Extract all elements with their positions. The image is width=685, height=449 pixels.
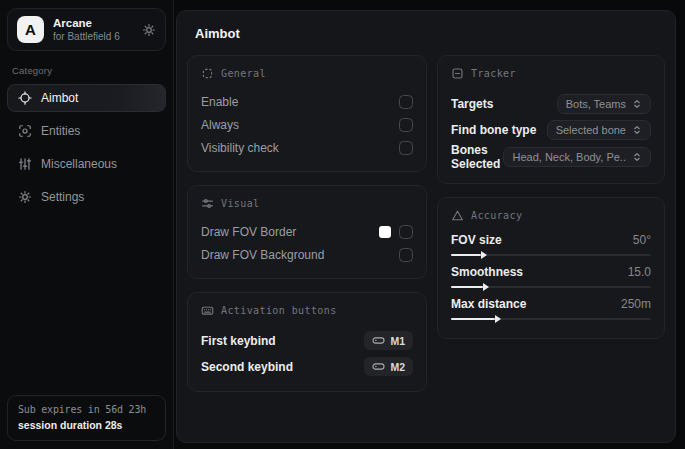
app-name: Arcane <box>53 17 133 29</box>
settings-gear-icon[interactable] <box>142 23 156 37</box>
sidebar-item-label: Entities <box>41 124 80 138</box>
slider-value: 15.0 <box>628 265 651 279</box>
tracker-row-targets: Targets Bots, Teams <box>451 91 651 116</box>
sidebar-item-label: Miscellaneous <box>41 157 117 171</box>
second-keybind-button[interactable]: M2 <box>364 357 413 376</box>
right-column: Tracker Targets Bots, Teams <box>437 55 665 405</box>
tracker-label: Bones Selected <box>451 143 503 171</box>
tracker-row-bones-selected: Bones Selected Head, Neck, Body, Pe.. <box>451 143 651 171</box>
chevrons-up-down-icon <box>632 125 642 135</box>
general-card-header: General <box>201 67 413 80</box>
accuracy-card-header: Accuracy <box>451 209 651 222</box>
sub-expiry-text: Sub expires in 56d 23h <box>18 404 155 415</box>
sidebar: A Arcane for Battlefield 6 Category Aimb… <box>0 0 174 449</box>
slider-label: Max distance <box>451 297 621 311</box>
activation-card: Activation buttons First keybind M1 <box>187 292 427 392</box>
app-subtitle: for Battlefield 6 <box>53 31 133 42</box>
chevrons-up-down-icon <box>632 99 642 109</box>
fov-size-slider[interactable] <box>451 254 651 256</box>
slider-group-fov-size: FOV size 50° <box>451 233 651 256</box>
app-logo: A <box>17 16 44 43</box>
select-value: Selected bone <box>556 124 626 136</box>
setting-row-draw-fov-border: Draw FOV Border <box>201 221 413 243</box>
bones-selected-select[interactable]: Head, Neck, Body, Pe.. <box>503 147 651 167</box>
general-grid-icon <box>201 67 214 80</box>
targets-select[interactable]: Bots, Teams <box>557 94 651 114</box>
enable-checkbox[interactable] <box>399 95 413 109</box>
left-column: General Enable Always Visibility check <box>187 55 427 405</box>
select-value: Head, Neck, Body, Pe.. <box>512 151 626 163</box>
select-value: Bots, Teams <box>566 98 626 110</box>
tracker-box-icon <box>451 67 464 80</box>
slider-fill <box>451 254 481 256</box>
tracker-label: Find bone type <box>451 123 547 137</box>
keybind-label: Second keybind <box>201 360 364 374</box>
crosshair-icon <box>18 91 32 105</box>
category-label: Category <box>12 65 161 76</box>
tracker-row-find-bone-type: Find bone type Selected bone <box>451 117 651 142</box>
keybind-value: M1 <box>390 335 405 347</box>
sidebar-item-miscellaneous[interactable]: Miscellaneous <box>7 150 166 178</box>
draw-fov-background-checkbox[interactable] <box>399 248 413 262</box>
setting-row-enable: Enable <box>201 91 413 113</box>
fov-border-color-swatch[interactable] <box>379 226 391 238</box>
always-checkbox[interactable] <box>399 118 413 132</box>
session-info: Sub expires in 56d 23h session duration … <box>7 395 166 441</box>
slider-group-max-distance: Max distance 250m <box>451 297 651 320</box>
keyboard-icon <box>201 304 214 317</box>
triangle-icon <box>451 209 464 222</box>
setting-label: Draw FOV Background <box>201 248 399 262</box>
sidebar-item-label: Settings <box>41 190 84 204</box>
scan-target-icon <box>18 124 32 138</box>
smoothness-slider[interactable] <box>451 286 651 288</box>
sliders-icon <box>18 157 32 171</box>
slider-fill <box>451 318 495 320</box>
slider-fill <box>451 286 483 288</box>
setting-label: Enable <box>201 95 399 109</box>
general-card: General Enable Always Visibility check <box>187 55 427 172</box>
setting-label: Visibility check <box>201 141 399 155</box>
visual-card-title: Visual <box>221 198 260 209</box>
find-bone-type-select[interactable]: Selected bone <box>547 120 651 140</box>
accuracy-card-title: Accuracy <box>471 210 522 221</box>
slider-label: FOV size <box>451 233 633 247</box>
activation-card-title: Activation buttons <box>221 305 337 316</box>
slider-value: 50° <box>633 233 651 247</box>
slider-group-smoothness: Smoothness 15.0 <box>451 265 651 288</box>
activation-card-header: Activation buttons <box>201 304 413 317</box>
sidebar-item-aimbot[interactable]: Aimbot <box>7 84 166 112</box>
sidebar-spacer <box>7 216 166 395</box>
tracker-label: Targets <box>451 97 557 111</box>
mouse-icon <box>372 334 385 347</box>
main-area: Aimbot General Enable <box>174 0 685 449</box>
session-duration-text: session duration 28s <box>18 419 155 431</box>
slider-label: Smoothness <box>451 265 628 279</box>
page-title: Aimbot <box>195 26 665 41</box>
sidebar-item-entities[interactable]: Entities <box>7 117 166 145</box>
mouse-icon <box>372 360 385 373</box>
main-panel: Aimbot General Enable <box>176 10 676 443</box>
setting-label: Always <box>201 118 399 132</box>
max-distance-slider[interactable] <box>451 318 651 320</box>
tracker-card-header: Tracker <box>451 67 651 80</box>
setting-row-draw-fov-background: Draw FOV Background <box>201 244 413 266</box>
tracker-card-title: Tracker <box>471 68 516 79</box>
keybind-label: First keybind <box>201 334 364 348</box>
keybind-row-first: First keybind M1 <box>201 328 413 353</box>
keybind-row-second: Second keybind M2 <box>201 354 413 379</box>
adjustments-icon <box>201 197 214 210</box>
app-header: A Arcane for Battlefield 6 <box>7 8 166 51</box>
general-card-title: General <box>221 68 266 79</box>
sidebar-item-settings[interactable]: Settings <box>7 183 166 211</box>
sidebar-item-label: Aimbot <box>41 91 78 105</box>
draw-fov-border-checkbox[interactable] <box>399 225 413 239</box>
visual-card-header: Visual <box>201 197 413 210</box>
setting-row-visibility-check: Visibility check <box>201 137 413 159</box>
visual-card: Visual Draw FOV Border Draw FOV Backgrou… <box>187 185 427 279</box>
gear-icon <box>18 190 32 204</box>
first-keybind-button[interactable]: M1 <box>364 331 413 350</box>
tracker-card: Tracker Targets Bots, Teams <box>437 55 665 184</box>
visibility-check-checkbox[interactable] <box>399 141 413 155</box>
setting-row-always: Always <box>201 114 413 136</box>
slider-value: 250m <box>621 297 651 311</box>
